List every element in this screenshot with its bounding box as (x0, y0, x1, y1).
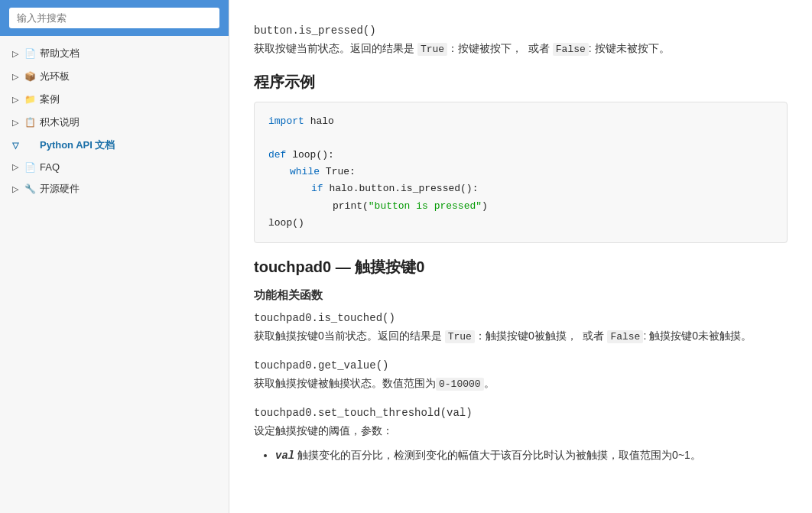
code-loop-def: loop(): (292, 149, 334, 161)
button-is-pressed-block: button.is_pressed() 获取按键当前状态。返回的结果是 True… (254, 24, 788, 58)
code-line-blank (268, 130, 773, 147)
expand-icon: ▷ (12, 95, 21, 105)
func-name-is-touched: touchpad0.is_touched() (254, 312, 788, 324)
code-line-while: while True: (268, 164, 773, 180)
sidebar-item-blocks[interactable]: ▷ 📋 积木说明 (0, 111, 229, 134)
expand-icon: ▷ (12, 72, 21, 82)
expand-icon: ▷ (12, 184, 21, 194)
sidebar-item-python-api[interactable]: ▽ Python API 文档 (0, 134, 229, 157)
example-section: 程序示例 import halo def loop(): while True:… (254, 72, 788, 243)
search-container (0, 0, 229, 36)
code-line-1: import halo (268, 113, 773, 130)
nav-icon-cases: 📁 (24, 94, 35, 105)
bullet-val-label: val (275, 450, 294, 462)
code-block: import halo def loop(): while True: if h… (254, 102, 788, 243)
nav-icon-faq: 📄 (24, 162, 35, 173)
sidebar-item-faq[interactable]: ▷ 📄 FAQ (0, 157, 229, 177)
touchpad0-section: touchpad0 — 触摸按键0 功能相关函数 touchpad0.is_to… (254, 257, 788, 466)
touchpad0-is-touched-block: touchpad0.is_touched() 获取触摸按键0当前状态。返回的结果… (254, 312, 788, 346)
sidebar-item-label: Python API 文档 (40, 138, 115, 152)
touchpad0-get-value-block: touchpad0.get_value() 获取触摸按键被触摸状态。数值范围为0… (254, 359, 788, 393)
sidebar: ▷ 📄 帮助文档 ▷ 📦 光环板 ▷ 📁 案例 ▷ 📋 积木说明 ▽ Pytho… (0, 0, 229, 513)
nav-icon-hardware: 🔧 (24, 183, 35, 194)
code-line-def: def loop(): (268, 147, 773, 164)
code-halo: halo (310, 115, 334, 127)
example-title: 程序示例 (254, 72, 788, 93)
nav-icon-environment: 📦 (24, 71, 35, 82)
search-input[interactable] (9, 8, 219, 28)
func-name-is-pressed: button.is_pressed() (254, 24, 788, 37)
sidebar-item-hardware[interactable]: ▷ 🔧 开源硬件 (0, 177, 229, 200)
keyword-if: if (311, 183, 323, 194)
func-desc-set-threshold: 设定触摸按键的阈值，参数： (254, 422, 788, 440)
keyword-def: def (268, 149, 286, 161)
expand-icon: ▷ (12, 162, 21, 172)
expand-icon: ▷ (12, 118, 21, 128)
code-line-print: print("button is pressed") (268, 198, 773, 215)
nav-icon-help-docs: 📄 (24, 48, 35, 59)
nav-list: ▷ 📄 帮助文档 ▷ 📦 光环板 ▷ 📁 案例 ▷ 📋 积木说明 ▽ Pytho… (0, 36, 229, 513)
expand-icon: ▷ (12, 49, 21, 59)
sidebar-item-help-docs[interactable]: ▷ 📄 帮助文档 (0, 42, 229, 65)
touchpad0-set-threshold-block: touchpad0.set_touch_threshold(val) 设定触摸按… (254, 407, 788, 466)
func-desc-is-touched: 获取触摸按键0当前状态。返回的结果是 True：触摸按键0被触摸， 或者 Fal… (254, 327, 788, 346)
expand-icon-open: ▽ (12, 141, 21, 151)
main-content: button.is_pressed() 获取按键当前状态。返回的结果是 True… (229, 0, 812, 513)
func-name-get-value: touchpad0.get_value() (254, 359, 788, 372)
code-while-true: True: (326, 166, 356, 177)
sidebar-item-cases[interactable]: ▷ 📁 案例 (0, 88, 229, 111)
func-desc-is-pressed: 获取按键当前状态。返回的结果是 True：按键被按下， 或者 False: 按键… (254, 40, 788, 58)
sidebar-item-label: 帮助文档 (40, 47, 80, 60)
bullet-list: val 触摸变化的百分比，检测到变化的幅值大于该百分比时认为被触摸，取值范围为0… (254, 446, 788, 466)
sidebar-item-label: FAQ (40, 161, 60, 173)
functions-label: 功能相关函数 (254, 288, 788, 303)
code-if-body: halo.button.is_pressed(): (329, 183, 478, 194)
sidebar-item-label: 积木说明 (40, 115, 80, 129)
sidebar-item-label: 开源硬件 (40, 182, 80, 196)
sidebar-item-label: 案例 (40, 93, 60, 106)
keyword-import: import (268, 115, 304, 127)
code-loop-call: loop() (268, 217, 304, 229)
code-print-open: print( (333, 200, 369, 212)
code-string: "button is pressed" (369, 200, 482, 212)
code-print-close: ) (482, 200, 488, 212)
touchpad0-title: touchpad0 — 触摸按键0 (254, 257, 788, 278)
keyword-while: while (290, 166, 320, 177)
code-line-loop-call: loop() (268, 215, 773, 232)
nav-icon-blocks: 📋 (24, 117, 35, 128)
func-name-set-threshold: touchpad0.set_touch_threshold(val) (254, 407, 788, 419)
func-desc-get-value: 获取触摸按键被触摸状态。数值范围为0-10000。 (254, 375, 788, 393)
sidebar-item-label: 光环板 (40, 70, 70, 83)
code-line-if: if halo.button.is_pressed(): (268, 180, 773, 197)
sidebar-item-environment[interactable]: ▷ 📦 光环板 (0, 65, 229, 88)
bullet-item-val: val 触摸变化的百分比，检测到变化的幅值大于该百分比时认为被触摸，取值范围为0… (275, 446, 788, 466)
bullet-val-text: 触摸变化的百分比，检测到变化的幅值大于该百分比时认为被触摸，取值范围为0~1。 (297, 449, 701, 461)
